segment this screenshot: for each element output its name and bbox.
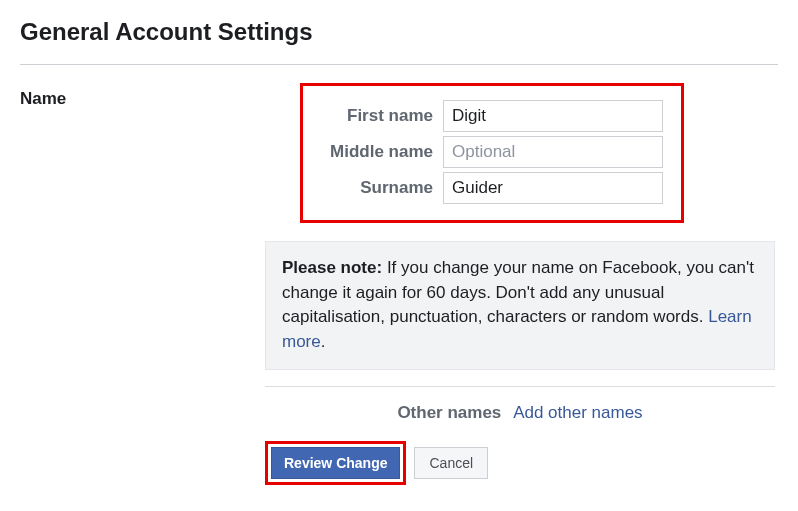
button-row: Review Change Cancel [265, 441, 775, 485]
cancel-button[interactable]: Cancel [414, 447, 488, 479]
middle-name-label: Middle name [313, 142, 443, 162]
other-names-label: Other names [397, 403, 501, 422]
middle-name-row: Middle name [313, 136, 663, 168]
review-change-highlight: Review Change [265, 441, 406, 485]
name-change-note: Please note: If you change your name on … [265, 241, 775, 370]
divider [20, 64, 778, 65]
surname-label: Surname [313, 178, 443, 198]
surname-row: Surname [313, 172, 663, 204]
middle-name-input[interactable] [443, 136, 663, 168]
note-after: . [321, 332, 326, 351]
note-bold: Please note: [282, 258, 382, 277]
first-name-row: First name [313, 100, 663, 132]
name-setting-row: Name First name Middle name Surname Plea… [20, 83, 778, 485]
other-names-row: Other names Add other names [265, 403, 775, 423]
name-setting-label: Name [20, 83, 265, 109]
review-change-button[interactable]: Review Change [271, 447, 400, 479]
name-form-highlight: First name Middle name Surname [300, 83, 684, 223]
first-name-input[interactable] [443, 100, 663, 132]
page-title: General Account Settings [20, 18, 778, 46]
surname-input[interactable] [443, 172, 663, 204]
add-other-names-link[interactable]: Add other names [513, 403, 642, 422]
first-name-label: First name [313, 106, 443, 126]
divider [265, 386, 775, 387]
name-setting-content: First name Middle name Surname Please no… [265, 83, 775, 485]
